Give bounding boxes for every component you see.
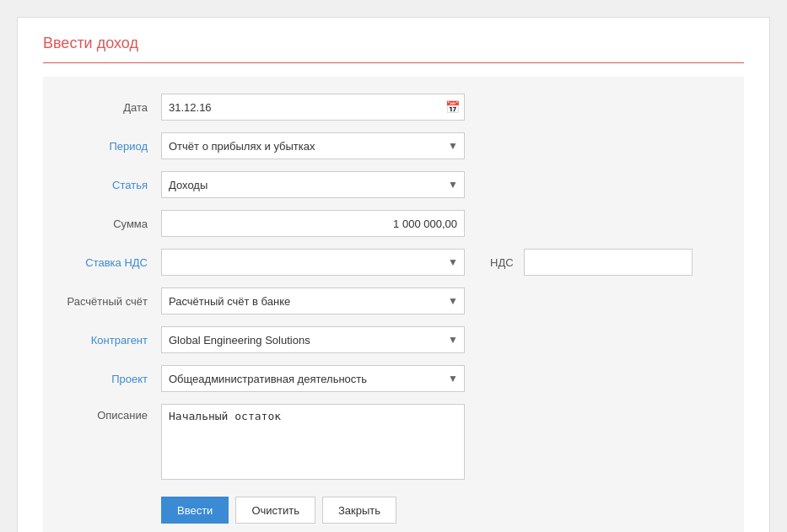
project-select[interactable]: Общеадминистративная деятельность <box>161 365 465 392</box>
counterparty-select-wrapper: Global Engineering Solutions ▼ <box>161 326 465 353</box>
article-select-wrapper: Доходы ▼ <box>161 171 465 198</box>
vat-rate-label: Ставка НДС <box>60 256 161 269</box>
close-button[interactable]: Закрыть <box>322 497 396 524</box>
sum-row: Сумма <box>60 210 719 237</box>
description-textarea[interactable]: Начальный остаток <box>161 404 465 480</box>
buttons-row: Ввести Очистить Закрыть <box>161 497 719 524</box>
article-select[interactable]: Доходы <box>161 171 465 198</box>
period-select-wrapper: Отчёт о прибылях и убытках ▼ <box>161 132 465 159</box>
period-label: Период <box>60 140 161 153</box>
project-row: Проект Общеадминистративная деятельность… <box>60 365 719 392</box>
vat-rate-select[interactable] <box>161 249 465 276</box>
counterparty-row: Контрагент Global Engineering Solutions … <box>60 326 719 353</box>
date-wrapper: 📅 <box>161 94 465 121</box>
description-row: Описание Начальный остаток <box>60 404 719 480</box>
project-select-wrapper: Общеадминистративная деятельность ▼ <box>161 365 465 392</box>
clear-button[interactable]: Очистить <box>235 497 315 524</box>
vat-rate-select-wrapper: ▼ <box>161 249 465 276</box>
counterparty-label: Контрагент <box>60 334 161 347</box>
date-row: Дата 📅 <box>60 94 719 121</box>
vat-input[interactable] <box>524 249 693 276</box>
article-row: Статья Доходы ▼ <box>60 171 719 198</box>
date-input[interactable] <box>161 94 465 121</box>
date-label: Дата <box>60 101 161 114</box>
account-row: Расчётный счёт Расчётный счёт в банке ▼ <box>60 287 719 314</box>
period-select[interactable]: Отчёт о прибылях и убытках <box>161 132 465 159</box>
vat-rate-row: Ставка НДС ▼ НДС <box>60 249 719 276</box>
description-label: Описание <box>60 404 161 422</box>
account-label: Расчётный счёт <box>60 295 161 308</box>
form-body: Дата 📅 Период Отчёт о прибылях и убытках… <box>43 77 744 532</box>
account-select[interactable]: Расчётный счёт в банке <box>161 287 465 314</box>
period-row: Период Отчёт о прибылях и убытках ▼ <box>60 132 719 159</box>
article-label: Статья <box>60 179 161 191</box>
counterparty-select[interactable]: Global Engineering Solutions <box>161 326 465 353</box>
form-title: Ввести доход <box>43 35 744 63</box>
vat-label: НДС <box>490 256 514 269</box>
form-container: Ввести доход Дата 📅 Период Отчёт о прибы… <box>17 17 770 532</box>
account-select-wrapper: Расчётный счёт в банке ▼ <box>161 287 465 314</box>
project-label: Проект <box>60 373 161 385</box>
calendar-icon[interactable]: 📅 <box>445 100 460 114</box>
submit-button[interactable]: Ввести <box>161 497 229 524</box>
sum-input[interactable] <box>161 210 465 237</box>
sum-label: Сумма <box>60 218 161 230</box>
